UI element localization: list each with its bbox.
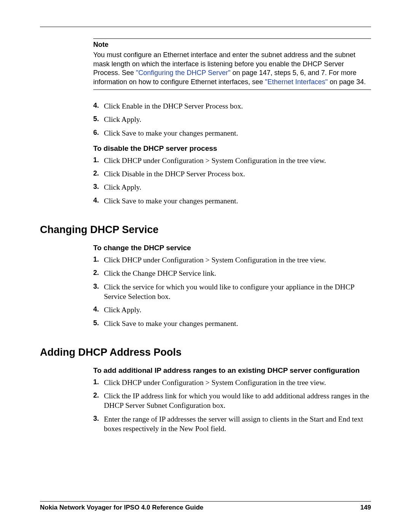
step-item: 5.Click Save to make your changes perman… bbox=[93, 319, 371, 328]
note-block: Note You must configure an Ethernet inte… bbox=[93, 38, 371, 90]
main-content: Note You must configure an Ethernet inte… bbox=[93, 38, 371, 433]
step-item: 1.Click DHCP under Configuration > Syste… bbox=[93, 156, 371, 165]
step-text: Click Disable in the DHCP Server Process… bbox=[104, 169, 245, 179]
step-text: Click the service for which you would li… bbox=[104, 282, 371, 302]
step-text: Click DHCP under Configuration > System … bbox=[104, 378, 326, 387]
footer-rule bbox=[40, 501, 371, 502]
footer-page-number: 149 bbox=[360, 504, 371, 511]
footer-row: Nokia Network Voyager for IPSO 4.0 Refer… bbox=[40, 504, 371, 511]
step-number: 1. bbox=[93, 156, 104, 165]
step-text: Click Apply. bbox=[104, 305, 141, 315]
step-text: Click Save to make your changes permanen… bbox=[104, 319, 238, 328]
step-item: 2.Click the Change DHCP Service link. bbox=[93, 268, 371, 278]
page-footer: Nokia Network Voyager for IPSO 4.0 Refer… bbox=[40, 501, 371, 511]
step-item: 1.Click DHCP under Configuration > Syste… bbox=[93, 255, 371, 265]
step-text: Click DHCP under Configuration > System … bbox=[104, 255, 326, 265]
step-text: Click the IP address link for which you … bbox=[104, 391, 371, 411]
link-ethernet-interfaces[interactable]: "Ethernet Interfaces" bbox=[265, 78, 328, 86]
step-number: 2. bbox=[93, 268, 104, 277]
step-text: Click Apply. bbox=[104, 115, 141, 124]
heading-changing-dhcp-service: Changing DHCP Service bbox=[40, 223, 371, 236]
step-item: 1.Click DHCP under Configuration > Syste… bbox=[93, 378, 371, 387]
page: Note You must configure an Ethernet inte… bbox=[0, 0, 411, 532]
step-number: 4. bbox=[93, 101, 104, 110]
footer-title: Nokia Network Voyager for IPSO 4.0 Refer… bbox=[40, 504, 204, 511]
note-text-3: on page 34. bbox=[328, 78, 366, 86]
step-number: 4. bbox=[93, 196, 104, 205]
step-number: 5. bbox=[93, 115, 104, 123]
step-text: Click Apply. bbox=[104, 182, 141, 192]
steps-change: 1.Click DHCP under Configuration > Syste… bbox=[93, 255, 371, 328]
subhead-add-ranges: To add additional IP address ranges to a… bbox=[93, 366, 371, 375]
step-number: 6. bbox=[93, 128, 104, 137]
step-item: 4.Click Apply. bbox=[93, 305, 371, 315]
link-configuring-dhcp-server[interactable]: "Configuring the DHCP Server" bbox=[136, 69, 231, 77]
step-item: 3.Enter the range of IP addresses the se… bbox=[93, 414, 371, 434]
step-item: 3.Click Apply. bbox=[93, 182, 371, 192]
steps-disable: 1.Click DHCP under Configuration > Syste… bbox=[93, 156, 371, 206]
step-number: 3. bbox=[93, 282, 104, 291]
step-item: 2.Click the IP address link for which yo… bbox=[93, 391, 371, 411]
step-text: Click the Change DHCP Service link. bbox=[104, 268, 216, 278]
step-item: 6.Click Save to make your changes perman… bbox=[93, 128, 371, 138]
step-item: 4.Click Enable in the DHCP Server Proces… bbox=[93, 101, 371, 111]
steps-continuation: 4.Click Enable in the DHCP Server Proces… bbox=[93, 101, 371, 138]
steps-add: 1.Click DHCP under Configuration > Syste… bbox=[93, 378, 371, 434]
step-number: 1. bbox=[93, 378, 104, 387]
top-rule bbox=[40, 27, 371, 27]
step-text: Click Save to make your changes permanen… bbox=[104, 196, 238, 206]
step-item: 2.Click Disable in the DHCP Server Proce… bbox=[93, 169, 371, 179]
step-text: Click Enable in the DHCP Server Process … bbox=[104, 101, 243, 111]
subhead-disable-process: To disable the DHCP server process bbox=[93, 144, 371, 153]
heading-adding-dhcp-address-pools: Adding DHCP Address Pools bbox=[40, 346, 371, 359]
step-number: 4. bbox=[93, 305, 104, 314]
step-number: 1. bbox=[93, 255, 104, 264]
note-body: You must configure an Ethernet interface… bbox=[93, 51, 371, 86]
step-text: Enter the range of IP addresses the serv… bbox=[104, 414, 371, 434]
step-number: 2. bbox=[93, 391, 104, 400]
step-item: 4.Click Save to make your changes perman… bbox=[93, 196, 371, 206]
step-number: 5. bbox=[93, 319, 104, 328]
step-number: 2. bbox=[93, 169, 104, 178]
note-header: Note bbox=[93, 40, 371, 49]
step-number: 3. bbox=[93, 414, 104, 423]
step-text: Click DHCP under Configuration > System … bbox=[104, 156, 326, 165]
step-item: 3.Click the service for which you would … bbox=[93, 282, 371, 302]
step-text: Click Save to make your changes permanen… bbox=[104, 128, 238, 138]
step-number: 3. bbox=[93, 182, 104, 191]
subhead-change-service: To change the DHCP service bbox=[93, 243, 371, 253]
step-item: 5.Click Apply. bbox=[93, 115, 371, 124]
